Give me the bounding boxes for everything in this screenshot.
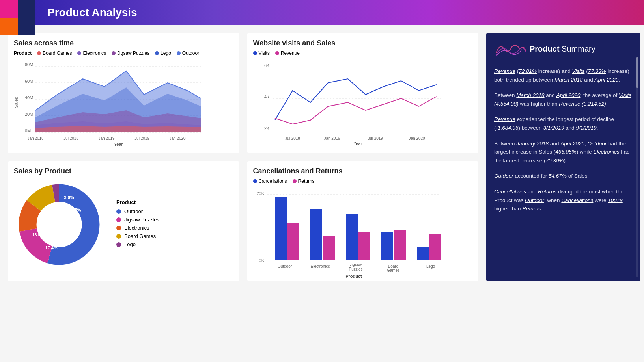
link-returns-6: Returns xyxy=(538,189,556,195)
pie-area: 54.7% 17.4% 13.0% 12.0% 3.0% Product Out… xyxy=(14,179,233,270)
visits-dot xyxy=(253,51,257,55)
summary-para-3: Revenue experienced the longest period o… xyxy=(494,115,632,132)
pie-legend-title: Product xyxy=(116,199,159,205)
pie-lego: Lego xyxy=(116,241,159,247)
link-returns-6b: Returns xyxy=(522,206,541,212)
sales-product-title: Sales by Product xyxy=(14,167,233,175)
lego-cancel-bar xyxy=(417,247,429,260)
cancellations-title: Cancellations and Returns xyxy=(253,167,473,175)
lego-dot xyxy=(155,51,159,55)
lego-returns-bar xyxy=(429,234,441,260)
legend-outdoor: Outdoor xyxy=(177,50,199,56)
cx-jigsaw1: Jigsaw xyxy=(349,262,362,267)
link-revenue-1: Revenue xyxy=(494,68,515,74)
cx-boardgames2: Games xyxy=(386,268,399,273)
vy-4k: 4K xyxy=(264,95,270,99)
vx-jul2019: Jul 2019 xyxy=(368,136,383,141)
pie-boardgames-dot xyxy=(116,234,121,239)
scrollbar-thumb[interactable] xyxy=(636,57,638,88)
link-5467: 54.67% xyxy=(549,173,567,179)
sales-by-product-chart: Sales by Product xyxy=(8,161,239,281)
legend-jigsaw: Jigsaw Puzzles xyxy=(112,50,149,56)
link-revenue-2: Revenue xyxy=(494,116,515,122)
cx-jigsaw2: Puzzles xyxy=(349,267,362,271)
logo-dark2 xyxy=(18,18,35,35)
x-jul2018: Jul 2018 xyxy=(63,136,78,141)
link-7733: 77.33% xyxy=(588,68,606,74)
summary-wave-icon xyxy=(494,41,526,57)
charts-area: Sales across time Product Board Games El… xyxy=(0,29,486,285)
x-jul2019: Jul 2019 xyxy=(134,136,149,141)
summary-title-bold: Product xyxy=(530,45,560,53)
y-80m: 80M xyxy=(25,62,33,67)
legend-visits: Visits xyxy=(253,50,270,56)
lego-label: Lego xyxy=(161,50,171,56)
logo-pink xyxy=(0,0,18,18)
link-cancel-6b: Cancellations xyxy=(561,197,593,203)
legend-boardgames: Board Games xyxy=(37,50,72,56)
bg-pct: 12.0% xyxy=(37,219,49,224)
cx-electronics: Electronics xyxy=(310,264,330,269)
y-axis-label: Sales xyxy=(14,97,19,108)
summary-para-5: Outdoor accounted for 54.67% of Sales. xyxy=(494,172,632,180)
legend-lego: Lego xyxy=(155,50,171,56)
website-chart-title: Website visits and Sales xyxy=(253,39,473,47)
revenue-label: Revenue xyxy=(281,50,300,56)
pie-jigsaw-dot xyxy=(116,217,121,222)
link-cancel-6: Cancellations xyxy=(494,189,526,195)
elec-cancel-bar xyxy=(310,209,322,260)
jigsaw-label: Jigsaw Puzzles xyxy=(117,50,149,56)
outdoor-dot xyxy=(177,51,181,55)
pie-svg: 54.7% 17.4% 13.0% 12.0% 3.0% xyxy=(14,179,105,270)
summary-para-1: Revenue (72.81% increase) and Visits (77… xyxy=(494,67,632,84)
boardgames-label: Board Games xyxy=(43,50,72,56)
link-mar2018: March 2018 xyxy=(554,77,582,83)
y-40m: 40M xyxy=(25,95,33,100)
link-decline: -1,684.96 xyxy=(496,125,519,131)
pie-legend: Product Outdoor Jigsaw Puzzles Electroni… xyxy=(116,199,159,250)
pie-outdoor-dot xyxy=(116,209,121,214)
vx-jul2018: Jul 2018 xyxy=(285,136,300,141)
summary-para-6: Cancellations and Returns diverged the m… xyxy=(494,187,632,213)
outdoor-cancel-bar xyxy=(275,197,287,260)
pie-boardgames-label: Board Games xyxy=(124,233,156,239)
x-jan2020: Jan 2020 xyxy=(169,136,186,141)
x-jan2019: Jan 2019 xyxy=(98,136,115,141)
cancel-dot xyxy=(253,179,257,183)
visits-legend: Visits Revenue xyxy=(253,50,473,56)
vx-jan2019: Jan 2019 xyxy=(324,136,340,141)
link-7281: 72.81% xyxy=(519,68,537,74)
bg-cancel-bar xyxy=(381,232,393,260)
summary-panel: Product Summary Revenue (72.81% increase… xyxy=(486,33,640,281)
revenue-dot xyxy=(275,51,279,55)
link-apr2020-2: April 2020 xyxy=(556,92,581,98)
pie-outdoor-label: Outdoor xyxy=(124,208,143,214)
cancel-legend: Cancellations Returns xyxy=(253,178,473,184)
y-0m: 0M xyxy=(25,128,31,133)
returns-dot xyxy=(293,179,297,183)
returns-label: Returns xyxy=(298,178,315,184)
jigsaw-dot xyxy=(112,51,116,55)
elec-returns-bar xyxy=(323,236,335,260)
link-revenue-avg: Revenue (3,214.52) xyxy=(559,101,606,107)
cx-label: Product xyxy=(345,274,362,278)
outdoor-pct: 54.7% xyxy=(69,208,81,212)
link-electronics-4: Electronics xyxy=(593,149,619,155)
lego-pct: 3.0% xyxy=(64,195,74,200)
summary-para-2: Between March 2018 and April 2020, the a… xyxy=(494,91,632,108)
cancel-label: Cancellations xyxy=(259,178,287,184)
link-9-1-2019: 9/1/2019 xyxy=(576,125,597,131)
jigsaw-cancel-bar xyxy=(346,214,358,260)
pie-jigsaw: Jigsaw Puzzles xyxy=(116,217,159,223)
pie-electronics: Electronics xyxy=(116,225,159,231)
legend-cancellations: Cancellations xyxy=(253,178,287,184)
charts-top-row: Sales across time Product Board Games El… xyxy=(8,33,478,153)
charts-bottom-row: Sales by Product xyxy=(8,161,478,281)
y-60m: 60M xyxy=(25,79,33,84)
revenue-line xyxy=(275,97,437,124)
link-apr2020-1: April 2020 xyxy=(594,77,618,83)
link-7030: 70.30% xyxy=(546,158,564,163)
link-outdoor-4: Outdoor xyxy=(587,141,607,147)
legend-product-label: Product xyxy=(14,50,32,56)
pie-electronics-label: Electronics xyxy=(124,225,149,231)
